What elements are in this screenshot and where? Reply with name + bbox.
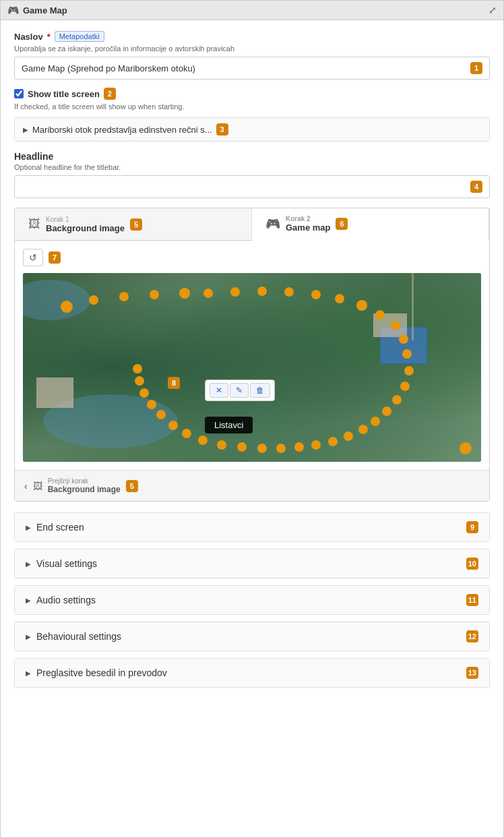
main-window: 🎮 Game Map ⤢ Naslov * Metapodatki Uporab… xyxy=(0,0,504,838)
footer-step-label: Prejšnji korak xyxy=(48,477,121,485)
badge-8-container: 8 xyxy=(168,377,180,389)
preglasitve-header[interactable]: ▶ Preglasitve besedil in prevodov 13 xyxy=(15,659,489,687)
footer-bg-label: Background image xyxy=(48,485,121,494)
tab2-name: Game map xyxy=(286,222,330,233)
badge-9: 9 xyxy=(466,521,478,533)
svg-point-35 xyxy=(139,388,149,398)
headline-title: Headline xyxy=(14,151,490,162)
tab2-text: Korak 2 Game map xyxy=(286,215,330,233)
badge-1: 1 xyxy=(470,62,482,74)
behavioural-settings-label: Behavioural settings xyxy=(36,631,461,642)
svg-point-16 xyxy=(404,366,414,376)
svg-point-37 xyxy=(133,364,142,373)
map-toolbar: ↺ 7 xyxy=(23,249,481,266)
svg-point-34 xyxy=(147,400,156,409)
window-title: Game Map xyxy=(23,5,67,16)
image-icon: 🖼 xyxy=(28,217,40,231)
show-title-hint: If checked, a title screen will show up … xyxy=(14,102,490,111)
show-title-label: Show title screen xyxy=(28,89,100,99)
end-screen-label: End screen xyxy=(36,522,461,533)
visual-settings-arrow-icon: ▶ xyxy=(26,560,31,568)
svg-point-24 xyxy=(311,440,321,450)
map-path-svg xyxy=(23,273,481,462)
badge-10: 10 xyxy=(466,558,478,570)
arrow-right-icon: ▶ xyxy=(23,126,28,133)
tab-footer: ‹ 🖼 Prejšnji korak Background image 5 xyxy=(15,470,489,501)
svg-point-15 xyxy=(402,349,412,359)
tab2-step: Korak 2 xyxy=(286,215,330,222)
title-input[interactable]: Game Map (Sprehod po Mariborskem otoku) … xyxy=(14,57,490,80)
behavioural-settings-section: ▶ Behavioural settings 12 xyxy=(14,622,490,651)
svg-point-11 xyxy=(356,300,367,311)
svg-point-12 xyxy=(375,310,385,320)
end-screen-section: ▶ End screen 9 xyxy=(14,512,490,542)
footer-image-icon: 🖼 xyxy=(33,481,42,491)
gamepad-icon: 🎮 xyxy=(265,216,280,231)
naslov-label: Naslov xyxy=(14,32,43,42)
svg-point-28 xyxy=(237,442,247,452)
show-title-row: Show title screen 2 xyxy=(14,88,490,100)
map-container[interactable]: ✕ ✎ 🗑 8 Listavci xyxy=(23,273,481,462)
preglasitve-section: ▶ Preglasitve besedil in prevodov 13 xyxy=(14,658,490,688)
tab1-text: Korak 1 Background image xyxy=(46,216,125,233)
svg-point-31 xyxy=(182,429,191,438)
svg-point-27 xyxy=(257,444,267,453)
svg-point-23 xyxy=(328,437,338,446)
title-value: Game Map (Sprehod po Mariborskem otoku) xyxy=(22,63,195,73)
svg-point-9 xyxy=(311,290,321,299)
badge-7: 7 xyxy=(49,251,61,264)
tab-game-map[interactable]: 🎮 Korak 2 Game map 6 xyxy=(252,208,489,241)
tab1-step: Korak 1 xyxy=(46,216,125,223)
titlebar: 🎮 Game Map ⤢ xyxy=(1,1,503,20)
svg-point-18 xyxy=(392,395,402,405)
badge-11: 11 xyxy=(466,594,478,606)
svg-point-4 xyxy=(179,288,190,299)
tabs-panel: 🖼 Korak 1 Background image 5 🎮 Korak 2 G… xyxy=(14,208,490,502)
popup-edit-btn[interactable]: ✎ xyxy=(230,383,249,398)
svg-point-3 xyxy=(150,290,159,299)
naslov-label-row: Naslov * Metapodatki xyxy=(14,31,490,42)
visual-settings-header[interactable]: ▶ Visual settings 10 xyxy=(15,549,489,578)
visual-settings-label: Visual settings xyxy=(36,558,461,569)
show-title-checkbox[interactable] xyxy=(14,89,24,98)
audio-settings-header[interactable]: ▶ Audio settings 11 xyxy=(15,586,489,614)
badge-4: 4 xyxy=(470,181,482,193)
svg-point-38 xyxy=(460,442,472,454)
badge-5: 5 xyxy=(130,218,142,231)
headline-hint: Optional headline for the titlebar. xyxy=(14,163,490,171)
end-screen-header[interactable]: ▶ End screen 9 xyxy=(15,513,489,541)
svg-point-14 xyxy=(399,334,408,344)
popup-toolbar: ✕ ✎ 🗑 xyxy=(205,380,275,401)
preglasitve-label: Preglasitve besedil in prevodov xyxy=(36,667,461,678)
popup-delete-btn[interactable]: 🗑 xyxy=(250,383,270,398)
map-popup: Listavci xyxy=(205,417,253,433)
behavioural-settings-header[interactable]: ▶ Behavioural settings 12 xyxy=(15,622,489,651)
audio-settings-label: Audio settings xyxy=(36,595,461,605)
tab-background-image[interactable]: 🖼 Korak 1 Background image 5 xyxy=(15,208,252,240)
headline-input[interactable]: 4 xyxy=(14,175,490,198)
required-star: * xyxy=(47,32,51,42)
svg-point-29 xyxy=(217,440,226,450)
popup-move-btn[interactable]: ✕ xyxy=(210,383,228,398)
svg-point-10 xyxy=(335,294,344,303)
visual-settings-section: ▶ Visual settings 10 xyxy=(14,549,490,578)
metadata-badge[interactable]: Metapodatki xyxy=(55,31,104,42)
preglasitve-arrow-icon: ▶ xyxy=(26,669,31,677)
back-button[interactable]: ‹ xyxy=(24,481,28,491)
svg-point-25 xyxy=(294,442,304,452)
naslov-hint: Uporablja se za iskanje, poročila in inf… xyxy=(14,44,490,53)
svg-point-2 xyxy=(119,292,129,301)
popup-text: Listavci xyxy=(214,420,243,430)
badge-12: 12 xyxy=(466,630,478,642)
title-screen-header[interactable]: ▶ Mariborski otok predstavlja edinstven … xyxy=(15,118,489,141)
footer-badge-5: 5 xyxy=(126,480,138,492)
svg-point-0 xyxy=(61,301,73,313)
expand-icon[interactable]: ⤢ xyxy=(489,5,497,16)
game-icon: 🎮 xyxy=(7,5,19,16)
svg-point-30 xyxy=(198,436,208,445)
headline-section: Headline Optional headline for the title… xyxy=(14,151,490,198)
svg-point-36 xyxy=(135,376,144,386)
titlebar-left: 🎮 Game Map xyxy=(7,5,67,16)
tab1-name: Background image xyxy=(46,223,125,233)
refresh-button[interactable]: ↺ xyxy=(23,249,43,266)
